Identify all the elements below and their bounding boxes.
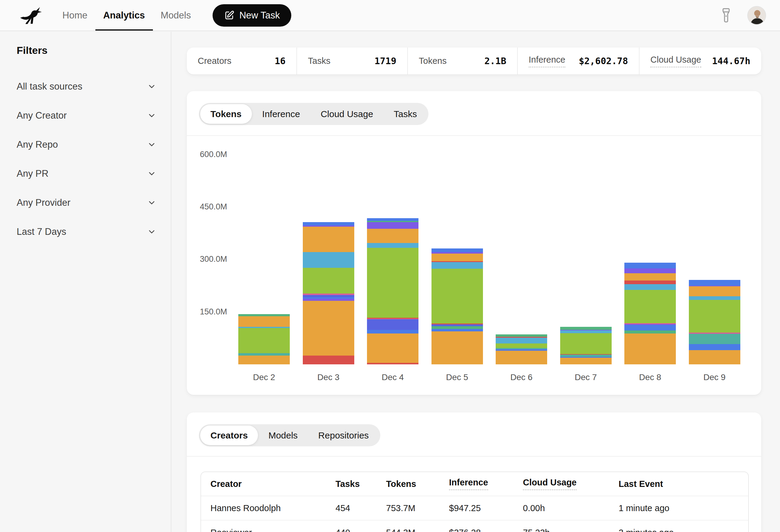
chart-tab-tokens[interactable]: Tokens (200, 104, 252, 124)
column-header-tokens: Tokens (386, 479, 449, 489)
bar-dec-5[interactable] (432, 249, 483, 364)
filter-list: All task sourcesAny CreatorAny RepoAny P… (17, 72, 156, 246)
stat-value-inference: $2,602.78 (579, 56, 628, 66)
y-axis-tick: 150.0M (200, 307, 227, 317)
sidebar-filter-any-creator[interactable]: Any Creator (17, 101, 156, 130)
table-tab-models[interactable]: Models (258, 425, 308, 445)
table-row-rooviewer[interactable]: Rooviewer440544.3M$376.2875.23h3 minutes… (201, 521, 748, 532)
new-task-button[interactable]: New Task (212, 4, 291, 26)
chart-tab-cloud-usage[interactable]: Cloud Usage (310, 104, 383, 124)
column-header-cloud-usage[interactable]: Cloud Usage (523, 478, 619, 490)
user-avatar[interactable] (747, 6, 766, 25)
bar-dec-9[interactable] (689, 280, 740, 364)
bar-dec-4[interactable] (367, 218, 419, 364)
table-tab-repositories[interactable]: Repositories (308, 425, 379, 445)
stat-creators: Creators16 (187, 48, 297, 74)
bar-segment-orange (367, 333, 419, 363)
stat-label-tokens: Tokens (419, 56, 447, 66)
stat-value-cloud-usage: 144.67h (712, 56, 750, 66)
usage-chart-card: TokensInferenceCloud UsageTasks 600.0M45… (187, 91, 761, 395)
filter-label: Any Repo (17, 139, 58, 150)
table-row-hannes-roodolph[interactable]: Hannes Roodolph454753.7M$947.250.00h1 mi… (201, 496, 748, 521)
bar-segment-green (303, 268, 354, 293)
chart-metric-tabs: TokensInferenceCloud UsageTasks (199, 103, 429, 125)
bar-dec-6[interactable] (496, 334, 547, 364)
bar-segment-teal (689, 334, 740, 344)
bar-segment-indigo (303, 295, 354, 298)
sidebar-filter-any-pr[interactable]: Any PR (17, 159, 156, 188)
stat-label-cloud-usage[interactable]: Cloud Usage (650, 55, 701, 67)
bar-segment-indigo (367, 319, 419, 330)
bar-segment-skyblue (367, 243, 419, 248)
column-header-last-event: Last Event (619, 479, 739, 489)
bar-segment-orange (624, 273, 676, 280)
bar-segment-royal (367, 218, 419, 221)
column-header-inference[interactable]: Inference (449, 478, 523, 490)
filter-label: Any Creator (17, 110, 66, 121)
bar-segment-skyblue (624, 284, 676, 290)
filters-title: Filters (17, 45, 156, 56)
chevron-down-icon (147, 198, 156, 207)
cell-tokens: 544.3M (386, 528, 449, 532)
table-tab-creators[interactable]: Creators (200, 425, 258, 445)
bar-segment-orange (689, 286, 740, 296)
bar-segment-green (367, 248, 419, 318)
bar-segment-royal (303, 222, 354, 225)
bar-segment-green (560, 333, 612, 354)
nav-right (721, 6, 766, 25)
column-header-label: Cloud Usage (523, 478, 577, 490)
nav-items: HomeAnalyticsModels (62, 0, 191, 31)
bar-segment-seagreen (496, 334, 547, 337)
bar-dec-2[interactable] (238, 314, 290, 364)
y-axis-tick: 450.0M (200, 202, 227, 212)
x-axis-label: Dec 9 (689, 373, 740, 382)
sidebar-filter-all-task-sources[interactable]: All task sources (17, 72, 156, 101)
stacked-bar-chart: 600.0M450.0M300.0M150.0MDec 2Dec 3Dec 4D… (187, 136, 761, 395)
kangaroo-logo[interactable] (19, 6, 47, 25)
stat-inference: Inference$2,602.78 (518, 48, 639, 74)
bar-segment-orange (303, 227, 354, 252)
bar-segment-skyblue (303, 252, 354, 268)
chart-tab-tasks[interactable]: Tasks (383, 104, 427, 124)
column-header-label: Last Event (619, 479, 663, 489)
breakdown-entity-tabs: CreatorsModelsRepositories (199, 424, 380, 446)
bar-segment-purple (624, 268, 676, 273)
nav-item-home[interactable]: Home (62, 0, 88, 31)
bar-segment-skyblue (560, 330, 612, 333)
stat-label-tasks: Tasks (308, 56, 330, 66)
stat-value-tasks: 1719 (375, 56, 396, 66)
bar-segment-orange (496, 351, 547, 364)
bar-dec-7[interactable] (560, 327, 612, 364)
sidebar-filter-any-repo[interactable]: Any Repo (17, 130, 156, 159)
cell-cloud_usage: 75.23h (523, 528, 619, 532)
chart-tab-inference[interactable]: Inference (252, 104, 310, 124)
stat-value-creators: 16 (275, 56, 286, 66)
chevron-down-icon (147, 169, 156, 178)
bar-segment-green (238, 328, 290, 353)
bar-segment-royal (367, 330, 419, 333)
x-axis-label: Dec 7 (560, 373, 612, 382)
column-header-label: Inference (449, 478, 488, 490)
column-header-label: Tokens (386, 479, 416, 489)
bar-segment-seagreen (560, 327, 612, 330)
sidebar-filter-last-7-days[interactable]: Last 7 Days (17, 217, 156, 246)
filter-label: Any PR (17, 168, 48, 179)
flashlight-icon[interactable] (721, 8, 732, 23)
bar-segment-royal (432, 329, 483, 331)
column-header-creator: Creator (210, 479, 336, 489)
x-axis-label: Dec 2 (238, 373, 290, 382)
nav-item-analytics[interactable]: Analytics (103, 0, 145, 31)
bar-segment-orange (624, 333, 676, 364)
nav-item-models[interactable]: Models (161, 0, 191, 31)
bar-dec-8[interactable] (624, 263, 676, 364)
bar-segment-orange (432, 331, 483, 364)
bar-segment-red (624, 280, 676, 284)
new-task-label: New Task (239, 10, 280, 21)
bar-segment-green (624, 290, 676, 323)
sidebar-filter-any-provider[interactable]: Any Provider (17, 188, 156, 217)
stat-label-inference[interactable]: Inference (529, 55, 565, 67)
filter-label: Last 7 Days (17, 226, 66, 237)
bar-dec-3[interactable] (303, 222, 354, 364)
bar-segment-orange (432, 254, 483, 261)
bar-segment-orange (689, 350, 740, 364)
